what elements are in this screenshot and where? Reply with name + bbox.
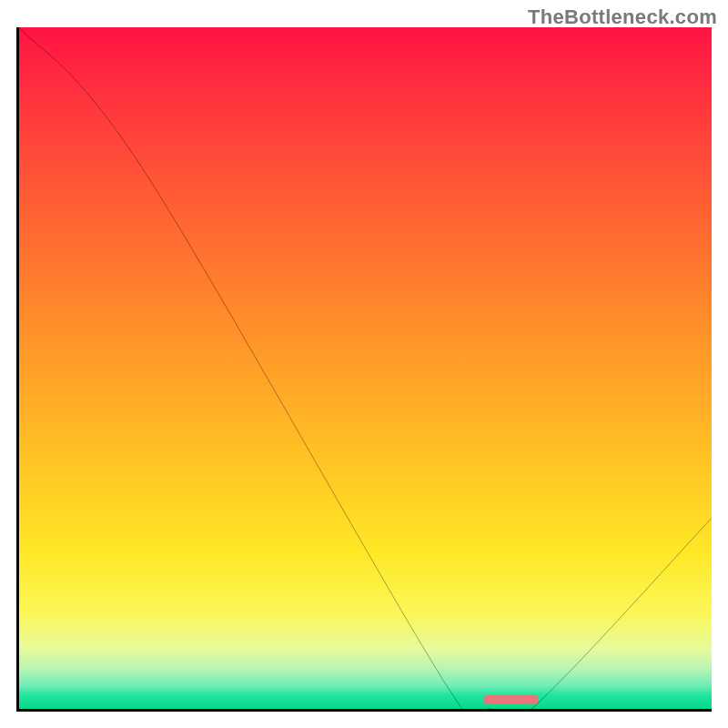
chart-frame: TheBottleneck.com bbox=[0, 0, 728, 728]
optimal-range-marker bbox=[483, 695, 539, 704]
plot-area bbox=[16, 27, 712, 712]
bottleneck-curve bbox=[19, 27, 712, 709]
watermark-text: TheBottleneck.com bbox=[528, 5, 717, 29]
